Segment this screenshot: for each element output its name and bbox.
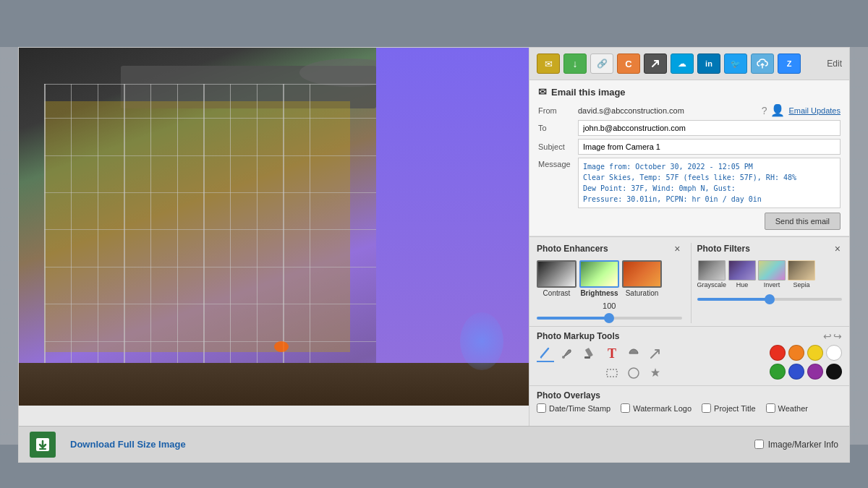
redo-button[interactable]: ↪	[833, 330, 842, 342]
purple-color[interactable]	[807, 364, 823, 380]
markup-header-row: Photo Markup Tools ↩ ↪	[537, 330, 842, 342]
filter-slider-area	[697, 293, 843, 307]
pencil-tool[interactable]	[537, 345, 554, 362]
markup-tools-section: Photo Markup Tools ↩ ↪	[529, 326, 849, 385]
svg-point-2	[562, 356, 565, 359]
white-color[interactable]	[826, 345, 842, 361]
shape-row-1: T	[603, 345, 664, 362]
subject-label: Subject	[538, 142, 578, 151]
brightness-slider-container: 100	[537, 300, 682, 323]
drawing-tools	[537, 345, 597, 362]
color-row-1	[770, 345, 842, 361]
from-actions: ? 👤 Email Updates	[762, 103, 841, 117]
filter-thumbnails: Grayscale Hue Invert	[697, 260, 843, 288]
subject-row: Subject	[538, 139, 841, 155]
brightness-slider[interactable]	[537, 317, 682, 320]
datetime-checkbox[interactable]	[537, 403, 546, 413]
edit-label[interactable]: Edit	[827, 59, 842, 69]
brightness-label: Brightness	[580, 289, 618, 297]
right-panel: ✉ ↓ 🔗 C	[529, 48, 849, 426]
from-row: From david.s@abcconstruction.com ? 👤 Ema…	[538, 103, 841, 117]
subject-input[interactable]	[578, 139, 841, 155]
saturation-thumb-item[interactable]: Saturation	[622, 260, 662, 297]
half-circle-icon	[626, 346, 641, 361]
linkedin-toolbar-button[interactable]: in	[697, 53, 720, 74]
weather-checkbox[interactable]	[766, 403, 775, 413]
datetime-overlay-item[interactable]: Date/Time Stamp	[537, 403, 610, 413]
contrast-thumb-item[interactable]: Contrast	[537, 260, 576, 297]
photo-filters-panel: Photo Filters × Grayscale Hue	[694, 243, 843, 323]
text-tool[interactable]: T	[603, 345, 621, 362]
arrow-draw-tool[interactable]	[647, 345, 664, 362]
circle-tool[interactable]	[625, 364, 642, 382]
circle-icon	[626, 366, 641, 380]
filter-slider[interactable]	[697, 298, 843, 301]
filters-close-button[interactable]: ×	[833, 243, 842, 254]
color-row-2	[770, 364, 842, 380]
draw-tools-row	[537, 345, 597, 362]
email-section: ✉ Email this image From david.s@abcconst…	[529, 80, 849, 236]
zoom-toolbar-button[interactable]: Z	[778, 53, 801, 74]
image-marker-info-checkbox[interactable]	[754, 440, 764, 449]
image-marker-info-label[interactable]: Image/Marker Info	[754, 440, 838, 450]
message-textarea[interactable]: Image from: October 30, 2022 - 12:05 PM …	[578, 158, 841, 208]
to-input[interactable]	[578, 120, 841, 136]
project-label: Project Title	[714, 404, 755, 413]
watermark-label: Watermark Logo	[633, 404, 692, 413]
brightness-thumb	[579, 260, 619, 288]
highlighter-tool[interactable]	[580, 345, 597, 362]
watermark-overlay-item[interactable]: Watermark Logo	[621, 403, 692, 413]
twitter-toolbar-button[interactable]: 🐦	[724, 53, 747, 74]
help-icon[interactable]: ?	[762, 105, 767, 116]
salesforce-toolbar-button[interactable]: ☁	[671, 53, 694, 74]
email-icon: ✉	[545, 59, 553, 69]
watermark-checkbox[interactable]	[621, 403, 630, 413]
invert-filter-item[interactable]: Invert	[758, 260, 786, 288]
datetime-label: Date/Time Stamp	[549, 404, 610, 413]
from-label: From	[538, 106, 578, 115]
overlays-row: Date/Time Stamp Watermark Logo Project T…	[537, 403, 842, 413]
blue-color[interactable]	[788, 364, 804, 380]
cloud-toolbar-button[interactable]	[751, 53, 774, 74]
link-toolbar-button[interactable]: 🔗	[590, 53, 613, 74]
project-overlay-item[interactable]: Project Title	[702, 403, 755, 413]
arrow-toolbar-button[interactable]	[644, 53, 667, 74]
procore-toolbar-button[interactable]: C	[617, 53, 640, 74]
bottom-bar: Download Full Size Image Image/Marker In…	[19, 426, 849, 462]
person-icon[interactable]: 👤	[770, 103, 785, 117]
weather-overlay-item[interactable]: Weather	[766, 403, 808, 413]
hue-label: Hue	[736, 281, 749, 288]
enhancers-filters-area: Photo Enhancers × Contrast	[529, 236, 849, 326]
email-toolbar-button[interactable]: ✉	[537, 53, 560, 74]
selection-icon	[605, 366, 619, 380]
invert-thumb	[758, 260, 786, 281]
send-button[interactable]: Send this email	[765, 213, 841, 230]
black-color[interactable]	[826, 364, 842, 380]
pen-tool[interactable]	[558, 345, 576, 362]
svg-rect-4	[584, 356, 590, 359]
image-panel	[19, 48, 529, 406]
filters-title: Photo Filters	[697, 244, 750, 254]
sepia-filter-item[interactable]: Sepia	[788, 260, 815, 288]
email-updates-link[interactable]: Email Updates	[788, 106, 841, 115]
highlighter-icon	[582, 346, 596, 361]
divider	[691, 243, 692, 323]
project-checkbox[interactable]	[702, 403, 711, 413]
enhancers-close-button[interactable]: ×	[673, 243, 681, 254]
grayscale-filter-item[interactable]: Grayscale	[697, 260, 727, 288]
download-toolbar-button[interactable]: ↓	[563, 53, 587, 74]
svg-rect-6	[607, 369, 617, 377]
orange-color[interactable]	[788, 345, 804, 361]
procore-icon: C	[625, 59, 631, 69]
stamp-tool[interactable]	[647, 364, 664, 382]
selection-tool[interactable]	[603, 364, 621, 382]
green-color[interactable]	[770, 364, 786, 380]
yellow-color[interactable]	[807, 345, 823, 361]
red-color[interactable]	[770, 345, 786, 361]
brightness-thumb-item[interactable]: Brightness	[579, 260, 619, 297]
half-circle-tool[interactable]	[625, 345, 642, 362]
undo-button[interactable]: ↩	[823, 330, 832, 342]
hue-filter-item[interactable]: Hue	[728, 260, 756, 288]
enhancer-thumbnails: Contrast Brightness	[537, 260, 682, 297]
download-full-size-link[interactable]: Download Full Size Image	[70, 439, 186, 450]
